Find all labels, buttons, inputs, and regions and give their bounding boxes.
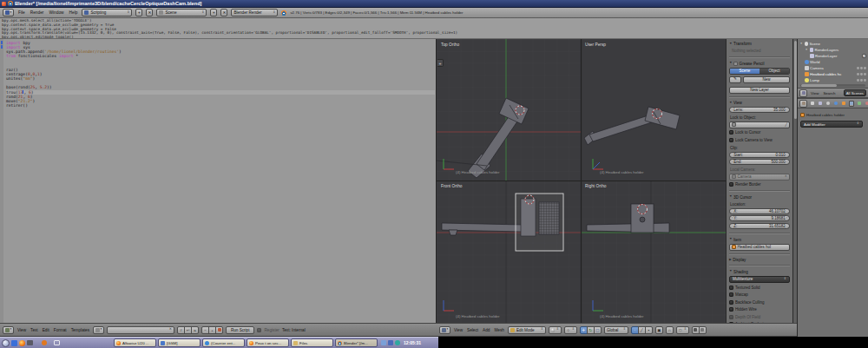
tray-network-icon[interactable]: [388, 340, 393, 345]
hidden-wire-checkbox[interactable]: Hidden Wire: [729, 307, 790, 312]
tab-material[interactable]: [865, 101, 868, 107]
outliner-item-world[interactable]: World: [799, 59, 866, 65]
close-icon[interactable]: ✕: [169, 328, 172, 332]
textured-solid-checkbox[interactable]: Textured Solid: [729, 285, 790, 290]
tab-scene[interactable]: [825, 101, 831, 107]
run-script-button[interactable]: Run Script: [226, 326, 254, 334]
taskbar-window-gsm[interactable]: [GSM]: [158, 338, 201, 347]
restriction-icons[interactable]: [857, 73, 866, 76]
scene-add-button[interactable]: +: [210, 9, 217, 16]
outliner-item-renderlayer[interactable]: RenderLayer✓: [799, 53, 866, 59]
taskbar-window-peux[interactable]: Peux t on sec...: [247, 338, 289, 347]
new-layer-button[interactable]: New Layer: [729, 87, 790, 94]
tab-object[interactable]: [841, 101, 846, 107]
taskbar-clock[interactable]: 12:05:31: [404, 340, 421, 345]
cursor-z-field[interactable]: ‹Z:31.65182›: [729, 223, 790, 229]
te-menu-view[interactable]: View: [16, 328, 27, 332]
tab-object[interactable]: Object: [760, 69, 789, 74]
snap-element-dropdown[interactable]: ⬡ ⇕: [676, 326, 689, 334]
layout-add-button[interactable]: +: [135, 9, 142, 16]
local-camera-field[interactable]: Camera✕: [729, 174, 790, 181]
taskbar-window-alfawise[interactable]: Alfawise U20 ...: [114, 338, 156, 347]
lock-to-cursor-checkbox[interactable]: Lock to Cursor: [729, 130, 790, 135]
matcap-checkbox[interactable]: Matcap: [729, 292, 790, 298]
window-menu-icon[interactable]: [2, 2, 6, 6]
te-menu-edit[interactable]: Edit: [42, 328, 50, 332]
lock-to-object-field[interactable]: ╱: [729, 121, 790, 128]
add-modifier-dropdown[interactable]: Add Modifier ⇕: [800, 121, 863, 128]
vp-menu-add[interactable]: Add: [482, 328, 490, 332]
face-select-button[interactable]: ▪: [645, 326, 653, 334]
lens-slider[interactable]: ‹Lens:35.000›: [729, 107, 790, 113]
show-desktop-button[interactable]: [54, 340, 60, 345]
menu-render[interactable]: Render: [30, 10, 45, 15]
scale-manipulator-button[interactable]: ▢: [594, 326, 602, 334]
launcher-firefox-icon[interactable]: [19, 340, 25, 346]
opengl-render-anim-button[interactable]: [699, 326, 707, 334]
outliner-menu-search[interactable]: Search: [822, 91, 836, 95]
grease-draw-button[interactable]: ✎: [729, 76, 741, 83]
restriction-icons[interactable]: [857, 67, 866, 69]
vp-menu-select[interactable]: Select: [466, 328, 479, 332]
clip-start-field[interactable]: ‹Start:0.010›: [729, 152, 790, 158]
text-datablock-browse-button[interactable]: ▾: [93, 326, 104, 334]
outliner-item-scene[interactable]: ▾Scene: [799, 41, 866, 47]
taskbar-window-courrier[interactable]: (Courrier ent...: [202, 338, 245, 347]
vp-menu-view[interactable]: View: [453, 328, 464, 332]
outliner-item-lamp[interactable]: Lamp: [799, 77, 866, 83]
depth-of-field-checkbox[interactable]: Depth Of Field: [729, 314, 790, 319]
scene-delete-button[interactable]: ✕: [220, 9, 227, 16]
outliner-item-heatbed[interactable]: Heatbed cables hc: [799, 71, 866, 77]
taskbar-window-files[interactable]: Files: [291, 338, 333, 347]
orientation-dropdown[interactable]: Global ⇕: [604, 326, 628, 334]
clip-end-field[interactable]: ‹End:500.000›: [729, 159, 790, 165]
lock-camera-checkbox[interactable]: Lock Camera to View: [729, 137, 790, 142]
layout-delete-button[interactable]: ✕: [146, 9, 153, 16]
cursor-x-field[interactable]: ‹X:46.10702›: [729, 208, 790, 214]
occlude-geometry-toggle[interactable]: ▣: [655, 326, 663, 334]
menu-window[interactable]: Window: [48, 10, 64, 15]
outliner-menu-view[interactable]: View: [810, 91, 819, 95]
outliner-item-renderlayers[interactable]: ▾RenderLayers: [799, 47, 866, 53]
outliner-item-camera[interactable]: Camera: [799, 65, 866, 71]
panel-view[interactable]: ▼View: [729, 100, 790, 106]
outliner-editor-type-button[interactable]: [799, 89, 807, 97]
tray-display-icon[interactable]: [381, 340, 386, 345]
text-editor[interactable]: import bpyimport syssys.path.append('/ho…: [0, 39, 437, 323]
tab-object-data[interactable]: [857, 101, 862, 107]
viewport-editor-type-button[interactable]: ▾: [439, 326, 450, 334]
mode-dropdown[interactable]: Edit Mode ⇕: [508, 326, 546, 334]
tab-render-layers[interactable]: [818, 101, 823, 107]
cursor-y-field[interactable]: ‹Y:9.18681›: [729, 215, 790, 221]
register-checkbox[interactable]: [257, 328, 261, 332]
launcher-settings-icon[interactable]: [42, 340, 47, 345]
outliner-filter-dropdown[interactable]: All Scenes: [844, 89, 866, 96]
menu-help[interactable]: Help: [69, 10, 79, 15]
tray-updates-icon[interactable]: [395, 340, 400, 345]
grease-new-button[interactable]: New: [743, 76, 790, 83]
render-border-checkbox[interactable]: Render Border: [729, 182, 790, 187]
restriction-icons[interactable]: [857, 79, 866, 82]
pivot-point-dropdown[interactable]: ⊹ ⇕: [564, 326, 577, 334]
scene-selector[interactable]: Scene ⇕: [156, 9, 207, 16]
tab-render[interactable]: [810, 101, 815, 107]
screen-layout-selector[interactable]: Scripting ⇕: [82, 9, 132, 16]
clear-icon[interactable]: ✕: [785, 175, 787, 179]
panel-display[interactable]: ▶Display: [729, 257, 790, 263]
render-engine-selector[interactable]: Blender Render ⇕: [231, 9, 278, 16]
vp-menu-mesh[interactable]: Mesh: [493, 328, 504, 332]
eyedropper-icon[interactable]: ╱: [785, 122, 787, 127]
start-menu-button[interactable]: [2, 339, 10, 347]
snap-toggle[interactable]: ∩: [666, 326, 674, 334]
backface-culling-checkbox[interactable]: Backface Culling: [729, 299, 790, 305]
item-name-field[interactable]: Heatbed cables hol: [729, 244, 790, 251]
toolshelf-expand-button[interactable]: +: [437, 59, 444, 67]
te-menu-templates[interactable]: Templates: [70, 328, 90, 332]
tab-world[interactable]: [833, 101, 838, 107]
tab-modifiers[interactable]: [849, 101, 854, 107]
syntax-highlight-toggle[interactable]: a: [191, 326, 199, 334]
te-menu-format[interactable]: Format: [53, 328, 68, 332]
launcher-filemanager-icon[interactable]: [11, 340, 17, 346]
panel-item[interactable]: ▼Item: [729, 237, 790, 243]
outliner-scrollbar[interactable]: [800, 84, 865, 87]
